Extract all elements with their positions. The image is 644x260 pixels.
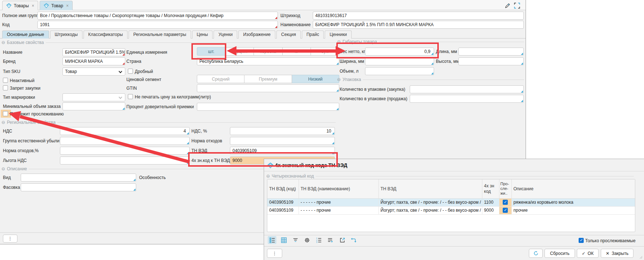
height-field[interactable] — [458, 57, 524, 65]
tab-pricelist[interactable]: Прайс — [302, 31, 324, 38]
qty-purchase-field[interactable] — [410, 85, 524, 93]
unit-option-portion[interactable]: порция. — [226, 47, 254, 56]
length-field[interactable] — [458, 48, 524, 56]
unit-option-kg[interactable]: кг — [283, 47, 311, 56]
purchase-ban-checkbox[interactable] — [3, 85, 8, 90]
product-title-field[interactable]: БИОКЕФИР ТРОИЦКИЙ 1.5% П — [62, 48, 125, 56]
min-order-field[interactable] — [62, 102, 125, 110]
only-traceable-checkbox[interactable] — [579, 238, 584, 243]
net-weight-field[interactable]: 0,9 — [365, 48, 434, 56]
gtin-field[interactable] — [197, 84, 339, 92]
tab-price-tags[interactable]: Ценники — [325, 31, 351, 38]
col-header-code[interactable]: ТН ВЭД (код) — [267, 179, 299, 198]
traceable-checkbox[interactable] — [3, 111, 8, 116]
collapse-icon[interactable]: ⊖ — [266, 174, 270, 179]
inactive-checkbox[interactable] — [3, 78, 8, 83]
segment-medium[interactable]: Средний — [197, 75, 244, 83]
tab-products-list[interactable]: Товары × — [2, 1, 38, 10]
cell-code4[interactable]: 9000 — [482, 206, 499, 214]
grid-view-button[interactable] — [279, 236, 288, 244]
collapse-icon[interactable]: ⊖ — [1, 120, 5, 125]
col-header-name[interactable]: ТН ВЭД (наименование) — [299, 179, 378, 198]
tab-image[interactable]: Изображение — [238, 31, 275, 38]
brand-field[interactable]: МИНСКАЯ МАРКА — [62, 57, 125, 65]
edit-pencil-icon[interactable] — [504, 2, 511, 9]
marking-type-dropdown[interactable] — [62, 93, 125, 101]
natural-loss-field[interactable] — [60, 137, 190, 145]
collapse-icon[interactable]: ⊖ — [337, 77, 341, 82]
collapse-icon[interactable]: ⊖ — [1, 166, 5, 171]
tab-prices[interactable]: Цены — [192, 31, 213, 38]
cell-name[interactable]: - - - - - - прочие — [299, 198, 378, 206]
traceable-row-checkbox[interactable] — [503, 208, 508, 213]
unit-option-box[interactable]: коробка — [254, 47, 282, 56]
cell-description[interactable]: прочие — [511, 206, 635, 214]
vat-relief-field[interactable] — [60, 157, 190, 164]
waste-field[interactable] — [230, 137, 335, 145]
numbered-list-button[interactable]: 123 — [314, 236, 323, 244]
more-options-button[interactable]: ⋮ — [3, 235, 17, 243]
vat-percent-field[interactable]: 10 — [230, 127, 335, 135]
col-header-tnved[interactable]: ТН ВЭД — [378, 179, 482, 198]
tnved-field[interactable]: 0403905109 — [230, 147, 335, 155]
fullscreen-icon[interactable] — [514, 2, 521, 9]
cell-code[interactable]: 0403905109 — [267, 198, 299, 206]
close-icon[interactable]: × — [32, 3, 34, 8]
full-group-field[interactable]: Все / Продовольственные товары / Скоропо… — [37, 12, 278, 20]
more-options-button[interactable]: ⋮ — [267, 249, 282, 258]
qty-sale-field[interactable] — [410, 95, 524, 103]
tab-markdowns[interactable]: Уценки — [214, 31, 237, 38]
kind-field[interactable] — [21, 174, 136, 182]
cell-code[interactable]: 0403905109 — [267, 206, 299, 214]
code-field[interactable]: 1091 — [37, 21, 278, 29]
country-field[interactable]: Республика Беларусь — [197, 57, 339, 65]
collapse-icon[interactable]: ⊖ — [337, 39, 341, 44]
reset-button[interactable]: Сбросить — [544, 249, 575, 258]
table-row[interactable]: 0403905109 - - - - - - прочие Йогурт; па… — [267, 198, 635, 206]
height-label: Высота, мм — [436, 59, 459, 64]
segment-low[interactable]: Низкий — [292, 75, 339, 83]
refresh-button[interactable] — [529, 249, 543, 258]
width-field[interactable] — [365, 57, 434, 65]
col-header-code4[interactable]: 4х зн код — [482, 179, 499, 198]
tab-section[interactable]: Секция — [276, 31, 301, 38]
tab-product-card[interactable]: Товар × — [40, 1, 73, 10]
filter-button[interactable] — [291, 236, 300, 244]
cell-name[interactable]: - - - - - - прочие — [299, 206, 378, 214]
unit-option-bottle[interactable]: бут. — [311, 47, 339, 56]
tab-regional-params[interactable]: Региональные параметры — [129, 31, 191, 38]
segment-premium[interactable]: Премиум — [244, 75, 292, 83]
cell-code4[interactable]: 1100 — [482, 198, 499, 206]
tab-classifiers[interactable]: Классификаторы — [84, 31, 127, 38]
tab-barcodes[interactable]: Штрихкоды — [50, 31, 82, 38]
cell-tnved[interactable]: Йогурт; пахта, све / - прочие: / - - без… — [378, 206, 482, 214]
vat-field[interactable]: 4 — [60, 127, 190, 135]
waste-percent-field[interactable] — [60, 147, 190, 155]
open-external-button[interactable] — [338, 236, 347, 244]
tab-main-data[interactable]: Основные данные — [2, 31, 49, 38]
sku-type-dropdown[interactable]: Товар — [62, 68, 125, 76]
fractional-checkbox[interactable] — [128, 69, 133, 74]
list-view-button[interactable] — [268, 236, 276, 244]
reload-button[interactable] — [349, 236, 357, 244]
col-header-traceable[interactable]: Про-сле-жи.. — [499, 179, 511, 198]
col-header-description[interactable]: Описание — [511, 179, 635, 198]
packing-field[interactable] — [21, 183, 136, 191]
table-row[interactable]: 0403905109 - - - - - - прочие Йогурт; па… — [267, 206, 635, 214]
volume-field[interactable] — [365, 67, 434, 75]
resize-grip-icon[interactable] — [639, 255, 643, 259]
cell-description[interactable]: ряженка/из коровьего молока — [511, 198, 635, 206]
close-icon[interactable]: × — [66, 3, 69, 8]
add-list-button[interactable] — [326, 236, 335, 244]
product-name-field[interactable]: БИОКЕФИР ТРОИЦКИЙ 1.5% П/П 0.9Л МИНСКАЯ … — [313, 21, 524, 29]
barcode-field[interactable]: 4810319013617 — [313, 12, 524, 20]
collapse-icon[interactable]: ⊖ — [1, 40, 5, 45]
cell-tnved[interactable]: Йогурт; пахта, све / - прочие: / - - без… — [378, 198, 482, 206]
unit-option-sht[interactable]: шт. — [197, 47, 226, 56]
trust-accept-field[interactable] — [197, 103, 339, 111]
no-kg-price-checkbox[interactable] — [128, 94, 133, 99]
close-button[interactable]: ✕ Закрыть — [601, 249, 633, 258]
ok-button[interactable]: ✓ ОК — [577, 249, 599, 258]
settings-button[interactable] — [303, 236, 311, 244]
traceable-row-checkbox[interactable] — [503, 200, 508, 205]
